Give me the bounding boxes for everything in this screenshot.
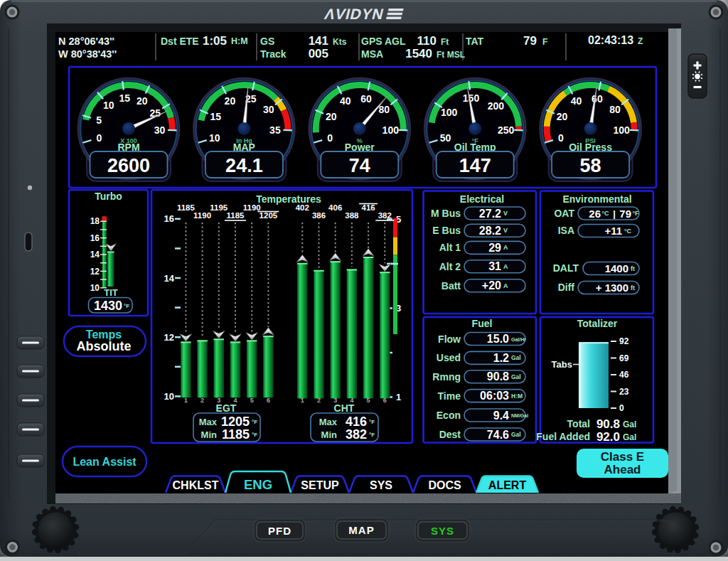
- svg-text:ft: ft: [631, 265, 635, 272]
- svg-text:ft: ft: [631, 284, 635, 292]
- svg-text:Kts: Kts: [333, 37, 347, 47]
- svg-text:H:M: H:M: [231, 36, 248, 46]
- svg-text:Max: Max: [199, 417, 218, 427]
- svg-text:31: 31: [488, 260, 501, 272]
- svg-text:1185: 1185: [177, 203, 196, 212]
- svg-text:Time: Time: [438, 390, 461, 402]
- svg-text:20: 20: [326, 111, 337, 122]
- svg-text:Ft MSL: Ft MSL: [437, 50, 465, 60]
- svg-text:Fuel: Fuel: [472, 318, 493, 329]
- svg-text:SYS: SYS: [431, 525, 454, 537]
- svg-text:ALERT: ALERT: [488, 479, 527, 491]
- svg-text:Tabs: Tabs: [552, 359, 572, 370]
- svg-text:SETUP: SETUP: [301, 479, 339, 491]
- svg-text:W 80°38'43'': W 80°38'43'': [58, 48, 117, 60]
- svg-text:250: 250: [498, 124, 515, 136]
- svg-text:1:05: 1:05: [203, 34, 227, 48]
- svg-text:74: 74: [349, 155, 370, 176]
- svg-text:10: 10: [164, 391, 174, 402]
- svg-text:1190: 1190: [193, 211, 211, 220]
- svg-text:141: 141: [309, 34, 328, 48]
- svg-text:Diff: Diff: [558, 282, 575, 293]
- svg-text:10: 10: [103, 100, 114, 111]
- svg-text:23: 23: [619, 387, 629, 397]
- svg-text:1185: 1185: [227, 211, 245, 220]
- svg-text:MAP: MAP: [348, 524, 374, 536]
- svg-text:Batt: Batt: [441, 280, 461, 292]
- svg-text:Gal: Gal: [623, 432, 636, 442]
- svg-text:416: 416: [362, 203, 375, 212]
- svg-text:Dest: Dest: [439, 429, 461, 440]
- svg-text:Gal: Gal: [511, 373, 521, 380]
- svg-text:N 28°06'43'': N 28°06'43'': [58, 36, 114, 47]
- svg-text:Turbo: Turbo: [95, 191, 122, 202]
- svg-text:79: 79: [523, 34, 537, 48]
- svg-text:110: 110: [417, 34, 437, 48]
- svg-text:12: 12: [164, 332, 174, 343]
- svg-text:SYS: SYS: [370, 479, 392, 491]
- svg-text:9.4: 9.4: [493, 410, 509, 422]
- svg-text:29: 29: [488, 242, 501, 254]
- svg-text:CHT: CHT: [334, 402, 355, 414]
- svg-text:6: 6: [267, 397, 270, 404]
- svg-text:°C: °C: [602, 210, 610, 217]
- svg-text:5: 5: [250, 397, 254, 404]
- svg-text:°F: °F: [369, 419, 375, 425]
- svg-text:02:43:13: 02:43:13: [588, 34, 633, 46]
- svg-text:382: 382: [378, 211, 392, 220]
- svg-text:14: 14: [90, 250, 100, 260]
- svg-text:M Bus: M Bus: [431, 208, 461, 219]
- svg-text:005: 005: [309, 47, 328, 60]
- svg-text:DALT: DALT: [553, 262, 579, 274]
- svg-text:Absolute: Absolute: [76, 339, 131, 353]
- svg-text:°F: °F: [369, 432, 375, 438]
- svg-text:Alt 2: Alt 2: [439, 261, 461, 272]
- svg-text:386: 386: [312, 211, 326, 220]
- svg-text:15: 15: [210, 111, 222, 122]
- svg-text:80: 80: [609, 104, 621, 115]
- svg-text:1400: 1400: [605, 262, 628, 274]
- svg-text:24.1: 24.1: [225, 155, 263, 176]
- svg-text:Gal: Gal: [623, 420, 636, 429]
- svg-text:GPS AGL: GPS AGL: [361, 36, 406, 47]
- svg-text:Electrical: Electrical: [460, 193, 504, 205]
- svg-text:30: 30: [263, 104, 274, 115]
- svg-text:1: 1: [184, 397, 188, 404]
- svg-text:+ 1300: + 1300: [596, 282, 628, 294]
- svg-text:06:03: 06:03: [480, 390, 509, 402]
- svg-text:402: 402: [296, 203, 309, 212]
- svg-text:2: 2: [200, 397, 204, 404]
- svg-text:69: 69: [619, 353, 629, 363]
- svg-text:Min: Min: [201, 429, 217, 440]
- svg-text:EGT: EGT: [216, 402, 237, 414]
- svg-text:°F: °F: [252, 419, 257, 425]
- svg-text:Flow: Flow: [438, 333, 461, 345]
- svg-text:TAT: TAT: [466, 36, 484, 47]
- svg-text:200: 200: [488, 100, 505, 112]
- svg-text:CHKLST: CHKLST: [173, 479, 219, 491]
- svg-text:58: 58: [580, 155, 601, 176]
- svg-text:92.0: 92.0: [596, 430, 620, 444]
- svg-text:V: V: [503, 210, 508, 217]
- svg-text:147: 147: [459, 155, 491, 176]
- svg-text:5: 5: [367, 397, 370, 404]
- svg-text:Used: Used: [437, 352, 461, 363]
- svg-text:6: 6: [383, 397, 387, 404]
- svg-text:Gal: Gal: [511, 431, 521, 438]
- svg-text:1205: 1205: [259, 211, 278, 220]
- svg-text:Ft: Ft: [441, 37, 449, 47]
- svg-text:OAT: OAT: [554, 208, 574, 219]
- svg-text:F: F: [542, 37, 547, 47]
- svg-text:20: 20: [557, 111, 568, 122]
- svg-text:°F: °F: [124, 303, 129, 309]
- svg-text:A: A: [503, 263, 508, 270]
- svg-text:Rmng: Rmng: [432, 371, 461, 383]
- svg-text:92: 92: [619, 336, 629, 346]
- svg-text:90.8: 90.8: [487, 370, 509, 383]
- svg-text:MSA: MSA: [361, 48, 383, 60]
- svg-text:PFD: PFD: [268, 525, 291, 537]
- svg-text:+20: +20: [482, 279, 501, 292]
- svg-text:V: V: [503, 227, 508, 234]
- svg-text:Gal: Gal: [511, 354, 521, 361]
- svg-text:388: 388: [345, 211, 359, 220]
